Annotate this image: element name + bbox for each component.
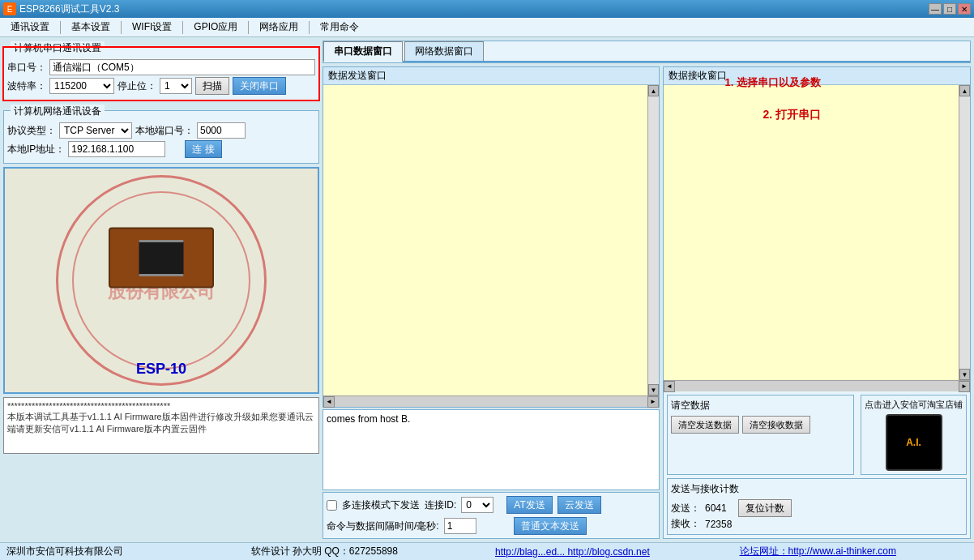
reset-count-button[interactable]: 复位计数: [738, 499, 792, 517]
recv-textarea[interactable]: [664, 85, 959, 380]
conn-id-select[interactable]: 0: [461, 497, 493, 513]
recv-scroll-down[interactable]: ▼: [959, 369, 970, 380]
clear-title: 请空数据: [671, 399, 850, 413]
tab-serial-data[interactable]: 串口数据窗口: [323, 41, 403, 62]
multi-connect-label: 多连接模式下发送: [342, 498, 420, 512]
text-send-button[interactable]: 普通文本发送: [514, 517, 587, 535]
cloud-send-button[interactable]: 云发送: [557, 496, 601, 514]
recv-scrollbar-v[interactable]: ▲ ▼: [959, 85, 970, 380]
send-scroll-up[interactable]: ▲: [648, 85, 659, 96]
menu-sep-4: [248, 21, 249, 34]
connect-button[interactable]: 连 接: [185, 140, 221, 158]
recv-hscroll-right[interactable]: ►: [959, 381, 970, 392]
send-scroll-down[interactable]: ▼: [648, 384, 659, 395]
clear-buttons-row: 清空发送数据 清空接收数据: [671, 416, 850, 434]
minimize-button[interactable]: —: [929, 3, 942, 15]
menu-network[interactable]: 网络应用: [252, 18, 305, 36]
stop-label: 停止位：: [117, 79, 156, 93]
send-hscroll-right[interactable]: ►: [647, 396, 659, 408]
clear-recv-button[interactable]: 清空接收数据: [742, 416, 810, 434]
at-send-button[interactable]: AT发送: [506, 496, 552, 514]
recv-count-value: 72358: [705, 519, 732, 530]
port-input[interactable]: [49, 59, 315, 75]
send-scrollbar-v[interactable]: ▲ ▼: [647, 85, 659, 395]
store-title: 点击进入安信可淘宝店铺: [865, 399, 963, 411]
maximize-button[interactable]: □: [943, 3, 956, 15]
recv-count-label: 接收：: [671, 517, 700, 531]
recv-count-row: 接收： 72358: [671, 517, 963, 531]
chip-pin-bottom: [139, 274, 184, 276]
recv-scroll-up[interactable]: ▲: [959, 85, 970, 96]
protocol-row: 协议类型： TCP Server 本地端口号：: [7, 122, 315, 139]
local-port-label: 本地端口号：: [135, 124, 194, 138]
local-ip-input[interactable]: [68, 141, 165, 157]
left-panel: 计算机串口通讯设置 串口号： 波特率： 115200 停止位： 1 扫描 关闭串…: [3, 41, 319, 539]
clear-buttons-group: 请空数据 清空发送数据 清空接收数据: [667, 395, 854, 475]
menu-basic-settings[interactable]: 基本设置: [64, 18, 117, 36]
data-send-window: 数据发送窗口 ▲ ▼ ◄ ►: [323, 66, 660, 408]
recv-content: ▲ ▼: [664, 85, 970, 380]
menu-sep-1: [60, 21, 61, 34]
left-data-section: 数据发送窗口 ▲ ▼ ◄ ►: [323, 66, 660, 539]
send-textarea[interactable]: [323, 85, 647, 395]
send-hscroll-left[interactable]: ◄: [323, 396, 335, 408]
open-port-button[interactable]: 关闭串口: [233, 77, 286, 95]
menu-gpio[interactable]: GPIO应用: [186, 18, 245, 36]
menu-wifi-settings[interactable]: WIFI设置: [125, 18, 179, 36]
input-area[interactable]: comes from host B.: [323, 409, 660, 490]
local-ip-label: 本地IP地址：: [7, 143, 65, 156]
interval-input[interactable]: [444, 518, 476, 534]
status-bar: 深圳市安信可科技有限公司 软件设计 孙大明 QQ：627255898 http:…: [0, 542, 974, 560]
send-count-label: 发送：: [671, 502, 700, 515]
menu-comm-settings[interactable]: 通讯设置: [3, 18, 57, 36]
send-controls: 多连接模式下发送 连接ID: 0 AT发送 云发送 命令与数据间隔时间/毫秒: …: [323, 492, 660, 539]
stats-title: 发送与接收计数: [671, 482, 963, 496]
menu-sep-3: [182, 21, 183, 34]
recv-scrollbar-h[interactable]: ◄ ►: [664, 380, 970, 391]
main-tabs-panel: 串口数据窗口 网络数据窗口: [323, 41, 971, 63]
status-forum-link[interactable]: 论坛网址：http://www.ai-thinker.com: [740, 545, 968, 558]
protocol-select[interactable]: TCP Server: [59, 122, 132, 139]
app-icon: E: [3, 2, 16, 15]
status-blog-link[interactable]: http://blag...ed... http://blog.csdn.net: [495, 546, 724, 558]
store-group: 点击进入安信可淘宝店铺 A.I.: [861, 395, 967, 475]
recv-scroll-track: [959, 96, 970, 369]
notes-panel: ****************************************…: [3, 397, 319, 454]
ai-logo[interactable]: A.I.: [886, 414, 942, 471]
input-text: comes from host B.: [327, 413, 410, 425]
data-windows: 数据发送窗口 ▲ ▼ ◄ ►: [323, 66, 971, 539]
recv-bottom-controls: 请空数据 清空发送数据 清空接收数据 点击进入安信可淘宝店铺 A.I.: [664, 391, 970, 538]
scan-button[interactable]: 扫描: [195, 77, 229, 95]
send-scroll-track: [648, 96, 659, 384]
pcb-chip: [139, 240, 184, 276]
ai-logo-text: A.I.: [906, 437, 921, 448]
ip-row: 本地IP地址： 连 接: [7, 140, 315, 158]
baud-select[interactable]: 115200: [49, 78, 114, 94]
send-content: ▲ ▼: [323, 85, 659, 395]
port-label: 串口号：: [7, 61, 46, 75]
clear-store-row: 请空数据 清空发送数据 清空接收数据 点击进入安信可淘宝店铺 A.I.: [667, 395, 967, 475]
baud-row: 波特率： 115200 停止位： 1 扫描 关闭串口: [7, 77, 315, 95]
menu-commands[interactable]: 常用命令: [313, 18, 366, 36]
right-panel: 串口数据窗口 网络数据窗口 数据发送窗口 ▲: [323, 41, 971, 539]
network-config-title: 计算机网络通讯设备: [11, 105, 105, 118]
app-title: ESP8266调试工具V2.3: [19, 2, 929, 16]
protocol-label: 协议类型：: [7, 124, 56, 138]
status-designer: 软件设计 孙大明 QQ：627255898: [251, 545, 480, 558]
recv-hscroll-left[interactable]: ◄: [664, 381, 675, 392]
close-button[interactable]: ✕: [958, 3, 971, 15]
notes-text: ****************************************…: [7, 401, 314, 434]
multi-connect-checkbox[interactable]: [327, 500, 337, 511]
local-port-input[interactable]: [197, 122, 246, 139]
send-scrollbar-h[interactable]: ◄ ►: [323, 395, 659, 407]
stop-select[interactable]: 1: [160, 78, 192, 94]
stats-row: 发送： 6041 复位计数: [671, 499, 963, 517]
tab-network-data[interactable]: 网络数据窗口: [404, 41, 484, 61]
title-bar: E ESP8266调试工具V2.3 — □ ✕: [0, 0, 974, 18]
send-count-value: 6041: [705, 502, 727, 514]
clear-send-button[interactable]: 清空发送数据: [671, 416, 739, 434]
data-recv-title: 数据接收窗口: [664, 67, 970, 85]
send-area-wrapper: 数据发送窗口 ▲ ▼ ◄ ►: [323, 66, 660, 539]
main-tab-bar: 串口数据窗口 网络数据窗口: [323, 41, 970, 62]
data-send-title: 数据发送窗口: [323, 67, 659, 85]
